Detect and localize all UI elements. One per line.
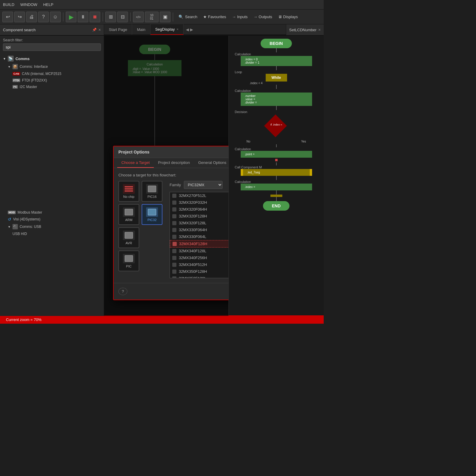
search-toolbar[interactable]: 🔍 Search <box>178 15 197 19</box>
print-button[interactable]: 🖨 <box>26 12 37 22</box>
next-tab-icon[interactable]: ▶ <box>190 27 193 32</box>
star-icon: ★ <box>203 15 207 19</box>
avr-label: AVR <box>126 241 132 245</box>
prev-tab-icon[interactable]: ◀ <box>186 27 189 32</box>
avr-shape <box>125 232 133 239</box>
close-setlcdnumber-tab[interactable]: × <box>318 27 321 32</box>
tree-usbhid[interactable]: USB HID <box>0 231 104 237</box>
pic-label: PIC <box>126 264 131 268</box>
menu-window[interactable]: WINDOW <box>20 2 37 7</box>
rfc-conn-6 <box>276 162 277 165</box>
rfc-conn-2 <box>276 66 277 70</box>
undo-button[interactable]: ↩ <box>2 12 13 22</box>
modal-title: Project Options <box>118 150 149 154</box>
pic-img <box>123 254 135 263</box>
rfc-call-node: .led_7seg <box>241 169 312 176</box>
redo-button[interactable]: ↪ <box>14 12 25 22</box>
search-filter-input[interactable] <box>3 43 101 51</box>
chip-card-pic16[interactable]: PIC16 <box>142 181 162 202</box>
rfc-conn-4 <box>276 106 277 110</box>
rfc-begin: BEGIN <box>261 39 292 48</box>
chip-list-item-6[interactable]: 32MX330F064H <box>170 226 228 233</box>
displays-label: Displays <box>283 15 298 19</box>
rfc-calc-label-3: Calculation <box>235 147 251 151</box>
help-modal-button[interactable]: ? <box>118 288 127 295</box>
chip-card-nochip[interactable]: No chip <box>118 181 139 202</box>
modal-tab-project-description[interactable]: Project description <box>154 158 194 168</box>
menu-bar: BUILD WINDOW HELP <box>0 0 324 10</box>
main-layout: Search filter: ▼ 📡 Comms ▼ 📦 Comms: Inte… <box>0 36 324 316</box>
modbus-label: Modbus Master <box>18 210 42 214</box>
chip-card-pic32[interactable]: PIC32 <box>142 204 162 225</box>
chip-list-item-8[interactable]: 32MX340F128H <box>170 240 228 248</box>
tree-modbus[interactable]: MOD Modbus Master <box>0 209 104 216</box>
tree-i2c[interactable]: I²C I2C Master <box>0 84 104 90</box>
chip-card-pic[interactable]: PIC <box>118 250 139 271</box>
play-button[interactable]: ▶ <box>66 12 76 22</box>
pause-button[interactable]: ⏸ <box>78 12 88 22</box>
chip-list-container[interactable]: 32MX270F512L 32MX320F032H 32MX320F064H <box>170 192 228 278</box>
tab-start-page[interactable]: Start Page <box>104 24 132 35</box>
chip-list-item-9[interactable]: 32MX340F128L <box>170 248 228 254</box>
extra-button[interactable]: ▣ <box>160 12 170 22</box>
rfc-loop-label: Loop <box>235 70 242 74</box>
toolbar-separator-3 <box>130 12 131 21</box>
menu-help[interactable]: HELP <box>43 2 53 7</box>
expand-button[interactable]: ⊞ <box>105 12 116 22</box>
tab-segdisplay[interactable]: SegDisplay × <box>151 24 184 35</box>
io-button[interactable]: 1001 <box>145 12 159 22</box>
chip-dot-9 <box>172 249 176 253</box>
rfc-connector-dot <box>275 159 278 161</box>
modal-tab-choose-target[interactable]: Choose a Target <box>117 158 154 168</box>
help-button[interactable]: ? <box>38 12 49 22</box>
chip-card-avr[interactable]: AVR <box>118 227 139 248</box>
chip-list-item-5[interactable]: 32MX320F128L <box>170 220 228 226</box>
chip-list-item-11[interactable]: 32MX340F512H <box>170 261 228 268</box>
tree-comms-usb[interactable]: ▼ 🔌 Comms: USB <box>0 223 104 231</box>
stop-button[interactable]: ⏹ <box>90 12 100 22</box>
setlcdnumber-tab[interactable]: SetLCDNumber × <box>286 24 324 35</box>
left-panel: Search filter: ▼ 📡 Comms ▼ 📦 Comms: Inte… <box>0 36 104 316</box>
inputs-toolbar[interactable]: → Inputs <box>232 15 248 19</box>
face-button[interactable]: ☺ <box>50 12 61 22</box>
chip-list-item-4[interactable]: 32MX320F128H <box>170 213 228 220</box>
rfc-decision-label: Decision <box>235 110 247 114</box>
favourites-toolbar[interactable]: ★ Favourites <box>203 15 226 19</box>
tree-section-comms[interactable]: ▼ 📡 Comms <box>0 54 104 63</box>
outputs-toolbar[interactable]: → Outputs <box>253 15 272 19</box>
selected-chip-label: 32MX340F128H <box>179 242 207 246</box>
chip-list-item-3[interactable]: 32MX320F064H <box>170 206 228 213</box>
chip-list-item-7[interactable]: 32MX330F064L <box>170 233 228 240</box>
family-select[interactable]: PIC32MX PIC32MZ PIC32MM <box>184 181 223 189</box>
chip-dot-6 <box>172 228 176 232</box>
chip-row-1: No chip PIC16 <box>118 181 166 202</box>
chip-list-item-2[interactable]: 32MX320F032H <box>170 199 228 206</box>
close-segdisplay-tab[interactable]: × <box>176 27 178 31</box>
tree-can[interactable]: CAN CAN (Internal, MCP2515 <box>0 71 104 77</box>
chip-card-arm[interactable]: ARM <box>118 204 139 225</box>
pin-icon[interactable]: 📌 <box>92 28 97 32</box>
code-button[interactable]: </> <box>133 12 144 22</box>
nochip-bar3 <box>125 190 133 192</box>
tab-nav[interactable]: ◀ ▶ <box>184 27 195 32</box>
tab-main[interactable]: Main <box>132 24 150 35</box>
component-search-tab[interactable]: Component search 📌 × <box>0 24 104 35</box>
chip-list-item-13[interactable]: 32MX350F128L <box>170 275 228 278</box>
chip-list-item-10[interactable]: 32MX340F256H <box>170 254 228 261</box>
comms-usb-label: Comms: USB <box>20 225 41 229</box>
menu-build[interactable]: BUILD <box>3 2 14 7</box>
comms-icon: 📡 <box>8 56 14 62</box>
close-panel-icon[interactable]: × <box>98 27 101 32</box>
rfc-calc-node-3: .point = <box>241 151 312 158</box>
chip-list-item-1[interactable]: 32MX270F512L <box>170 192 228 199</box>
tree-comms-interface[interactable]: ▼ 📦 Comms: Interface <box>0 63 104 71</box>
chip-dot-8 <box>173 242 177 246</box>
shrink-button[interactable]: ⊟ <box>117 12 128 22</box>
displays-toolbar[interactable]: 🖥 Displays <box>278 15 298 19</box>
chip-list-item-12[interactable]: 32MX350F128H <box>170 268 228 275</box>
chip-dot-10 <box>172 256 176 260</box>
modal-tab-general-options[interactable]: General Options <box>194 158 228 168</box>
tree-visi[interactable]: ↺ Visi (4DSystems) <box>0 216 104 223</box>
tree-ftdi[interactable]: FTDI FTDI (FTD2XX) <box>0 77 104 84</box>
nochip-img <box>123 184 135 194</box>
